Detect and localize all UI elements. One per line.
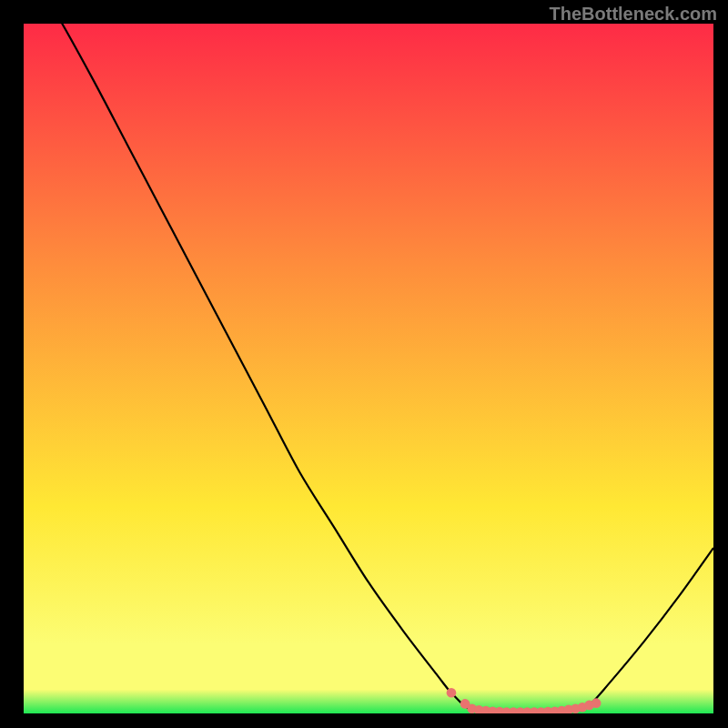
plot-area	[24, 24, 713, 713]
gradient-background	[24, 24, 713, 713]
marker-point	[447, 688, 457, 698]
watermark-text: TheBottleneck.com	[550, 4, 717, 25]
chart-svg	[24, 24, 713, 713]
chart-container: TheBottleneck.com	[0, 0, 728, 728]
marker-point	[592, 698, 602, 708]
